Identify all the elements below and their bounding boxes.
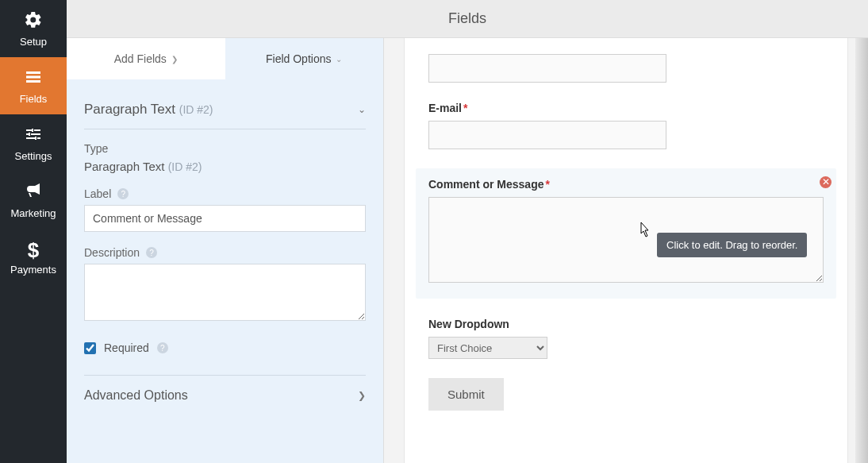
tab-label: Field Options (266, 52, 331, 65)
sidebar-label: Setup (20, 36, 47, 48)
delete-field-icon[interactable]: ✕ (820, 176, 832, 188)
advanced-options-label: Advanced Options (84, 388, 188, 403)
section-id: (ID #2) (179, 103, 213, 116)
help-icon[interactable]: ? (146, 247, 157, 258)
required-checkbox[interactable] (84, 342, 96, 354)
sidebar-label: Settings (15, 150, 52, 162)
label-input[interactable] (84, 205, 366, 232)
help-icon[interactable]: ? (157, 342, 168, 353)
sidebar-item-fields[interactable]: Fields (0, 57, 67, 114)
email-input[interactable] (428, 121, 666, 149)
right-edge-shadow (855, 38, 868, 463)
field-tooltip: Click to edit. Drag to reorder. (657, 233, 807, 257)
section-title: Paragraph Text (ID #2) (84, 102, 213, 118)
sidebar-item-payments[interactable]: $ Payments (0, 229, 67, 286)
svg-rect-2 (26, 80, 40, 83)
type-value: Paragraph Text (ID #2) (84, 160, 366, 173)
sidebar-item-settings[interactable]: Settings (0, 114, 67, 172)
required-label: Required (104, 341, 149, 354)
name-input[interactable] (428, 54, 666, 83)
required-star-icon: * (463, 102, 467, 114)
chevron-down-icon: ⌄ (358, 104, 366, 115)
svg-rect-1 (26, 75, 40, 78)
description-field-label: Description ? (84, 246, 366, 259)
field-config-panel: Add Fields ❯ Field Options ⌄ Paragraph T… (67, 38, 384, 463)
label-field-label: Label ? (84, 187, 366, 200)
bullhorn-icon (24, 182, 43, 204)
topbar: Fields (67, 0, 868, 38)
gear-icon (24, 10, 43, 33)
sliders-icon (24, 125, 43, 147)
preview-field-dropdown[interactable]: New Dropdown First Choice (428, 318, 824, 359)
sidebar-item-marketing[interactable]: Marketing (0, 172, 67, 229)
chevron-right-icon: ❯ (358, 390, 366, 401)
tab-field-options[interactable]: Field Options ⌄ (225, 38, 384, 79)
comment-label: Comment or Message* (428, 178, 824, 191)
sidebar-label: Fields (20, 93, 48, 105)
list-icon (24, 68, 43, 90)
dropdown-label: New Dropdown (428, 318, 824, 330)
sidebar-label: Payments (10, 264, 56, 276)
tabbar: Add Fields ❯ Field Options ⌄ (67, 38, 383, 79)
sidebar: Setup Fields Settings Marketing $ Paymen… (0, 0, 67, 463)
chevron-down-icon: ⌄ (336, 55, 342, 64)
svg-rect-0 (26, 71, 40, 74)
form-preview: E-mail* ✕ Comment or Message* New Dropdo… (384, 38, 868, 463)
advanced-options-toggle[interactable]: Advanced Options ❯ (84, 375, 366, 415)
section-header[interactable]: Paragraph Text (ID #2) ⌄ (84, 94, 366, 129)
preview-field-name[interactable] (428, 54, 824, 83)
chevron-right-icon: ❯ (171, 55, 178, 64)
description-input[interactable] (84, 264, 366, 321)
page-title: Fields (448, 10, 486, 27)
required-checkbox-row[interactable]: Required ? (84, 341, 366, 354)
required-star-icon: * (545, 178, 549, 191)
dropdown-select[interactable]: First Choice (428, 337, 547, 359)
sidebar-label: Marketing (10, 207, 56, 219)
tab-add-fields[interactable]: Add Fields ❯ (67, 38, 225, 79)
email-label: E-mail* (428, 102, 824, 114)
submit-button[interactable]: Submit (428, 378, 504, 411)
tab-label: Add Fields (114, 52, 167, 65)
preview-field-email[interactable]: E-mail* (428, 102, 824, 149)
dollar-icon: $ (28, 240, 39, 260)
help-icon[interactable]: ? (117, 188, 129, 199)
type-label: Type (84, 142, 366, 155)
sidebar-item-setup[interactable]: Setup (0, 0, 67, 57)
